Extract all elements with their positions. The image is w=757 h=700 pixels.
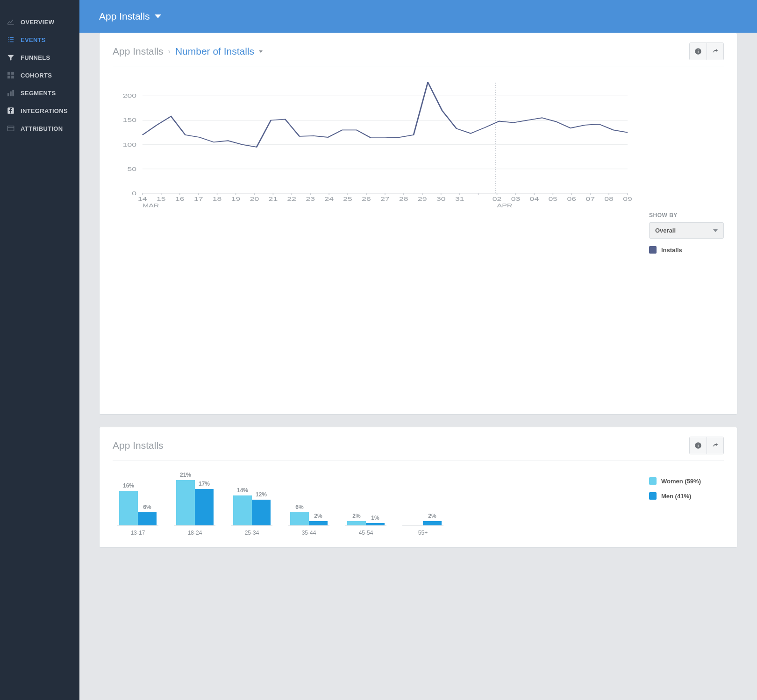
svg-rect-8 [7, 126, 14, 131]
bar[interactable]: 21% [176, 480, 195, 525]
card-installs-timeseries: App Installs › Number of Installs [99, 33, 737, 415]
chevron-down-icon [713, 229, 718, 232]
share-icon [712, 442, 719, 449]
svg-text:07: 07 [586, 196, 595, 202]
svg-text:04: 04 [530, 196, 539, 202]
svg-rect-11 [698, 49, 698, 50]
svg-text:06: 06 [567, 196, 576, 202]
svg-text:14: 14 [138, 196, 147, 202]
legend-item-installs[interactable]: Installs [649, 246, 724, 254]
sidebar-item-label: EVENTS [21, 36, 46, 43]
sidebar-item-integrations[interactable]: INTEGRATIONS [0, 102, 79, 120]
bar-value-label: 21% [180, 472, 191, 478]
share-icon [712, 48, 719, 55]
sidebar-item-label: FUNNELS [21, 54, 50, 61]
sidebar-item-overview[interactable]: OVERVIEW [0, 13, 79, 31]
svg-text:16: 16 [175, 196, 185, 202]
topbar: App Installs [79, 0, 757, 33]
bar[interactable]: 12% [252, 500, 271, 525]
sidebar-item-label: INTEGRATIONS [21, 107, 68, 114]
main-column: App Installs App Installs › Number of In… [79, 0, 757, 700]
svg-text:25: 25 [343, 196, 352, 202]
svg-rect-4 [7, 93, 9, 96]
bar-group: 2%1%45-54 [345, 472, 386, 536]
legend-swatch [649, 477, 657, 485]
showby-select[interactable]: Overall [649, 222, 724, 239]
breadcrumb: App Installs › Number of Installs [113, 46, 263, 57]
bar[interactable]: 6% [290, 512, 309, 525]
svg-text:08: 08 [604, 196, 614, 202]
bar-group: 16%6%13-17 [117, 472, 158, 536]
chevron-down-icon[interactable] [259, 50, 263, 53]
bar-value-label: 12% [256, 491, 267, 498]
svg-rect-5 [10, 92, 12, 96]
legend-label: Installs [661, 247, 682, 254]
svg-text:09: 09 [623, 196, 632, 202]
svg-text:31: 31 [455, 196, 464, 202]
legend-item-men[interactable]: Men (41%) [649, 492, 724, 500]
svg-text:15: 15 [157, 196, 166, 202]
svg-text:21: 21 [269, 196, 278, 202]
bar-category-label: 35-44 [302, 530, 316, 536]
sidebar-item-cohorts[interactable]: COHORTS [0, 66, 79, 84]
info-button[interactable] [690, 43, 707, 60]
page-title-dropdown[interactable]: App Installs [99, 11, 161, 22]
svg-text:MAR: MAR [143, 203, 159, 208]
bar[interactable]: 17% [195, 489, 214, 525]
showby-label: SHOW BY [649, 212, 724, 219]
share-button[interactable] [707, 437, 723, 454]
info-button[interactable] [690, 437, 707, 454]
bar[interactable]: 2% [347, 521, 366, 525]
bar[interactable]: 6% [138, 512, 157, 525]
share-button[interactable] [707, 43, 723, 60]
window-icon [7, 124, 15, 133]
sidebar-item-attribution[interactable]: ATTRIBUTION [0, 120, 79, 137]
bar-category-label: 45-54 [359, 530, 373, 536]
legend-label: Men (41%) [661, 493, 691, 500]
chart-sidebar: SHOW BY Overall Installs [649, 72, 724, 254]
sidebar-item-events[interactable]: EVENTS [0, 31, 79, 49]
svg-text:27: 27 [380, 196, 390, 202]
content-area: App Installs › Number of Installs [79, 33, 757, 580]
bar[interactable]: 16% [119, 491, 138, 525]
list-icon [7, 35, 15, 44]
funnel-icon [7, 53, 15, 62]
card-actions [689, 42, 724, 60]
chevron-down-icon [155, 14, 161, 18]
breadcrumb-current[interactable]: Number of Installs [175, 46, 254, 57]
svg-text:22: 22 [287, 196, 297, 202]
svg-text:30: 30 [436, 196, 446, 202]
card-title: App Installs [113, 440, 164, 451]
bar[interactable]: 14% [233, 495, 252, 525]
sidebar-item-label: OVERVIEW [21, 19, 54, 26]
bar-category-label: 13-17 [131, 530, 145, 536]
svg-rect-10 [698, 51, 698, 53]
bar-value-label: 2% [314, 513, 322, 519]
sidebar-item-funnels[interactable]: FUNNELS [0, 49, 79, 66]
card-actions [689, 437, 724, 454]
card-installs-demographics: App Installs 16%6%13-1721%17%18-2414%12%… [99, 427, 737, 548]
legend-item-women[interactable]: Women (59%) [649, 477, 724, 485]
svg-text:19: 19 [231, 196, 241, 202]
svg-rect-1 [12, 72, 14, 74]
bar[interactable]: 2% [423, 521, 442, 525]
bar[interactable]: 1% [366, 523, 385, 525]
svg-text:24: 24 [324, 196, 334, 202]
svg-text:29: 29 [418, 196, 427, 202]
facebook-icon [7, 106, 15, 115]
segments-icon [7, 89, 15, 97]
sidebar-item-segments[interactable]: SEGMENTS [0, 84, 79, 102]
sidebar: OVERVIEW EVENTS FUNNELS COHORTS SEGMENTS… [0, 0, 79, 700]
breadcrumb-root: App Installs [113, 46, 164, 57]
bar-value-label: 2% [428, 513, 436, 519]
svg-text:100: 100 [123, 142, 136, 148]
line-chart: 0501001502001415161718192021222324252627… [113, 72, 635, 254]
svg-text:200: 200 [123, 93, 136, 99]
bar-value-label: 14% [237, 487, 248, 494]
svg-text:APR: APR [497, 203, 513, 208]
bar[interactable]: 2% [309, 521, 328, 525]
sidebar-item-label: ATTRIBUTION [21, 125, 63, 132]
bar-value-label: 16% [123, 482, 134, 489]
svg-text:23: 23 [306, 196, 315, 202]
bar-value-label: 1% [371, 515, 379, 521]
